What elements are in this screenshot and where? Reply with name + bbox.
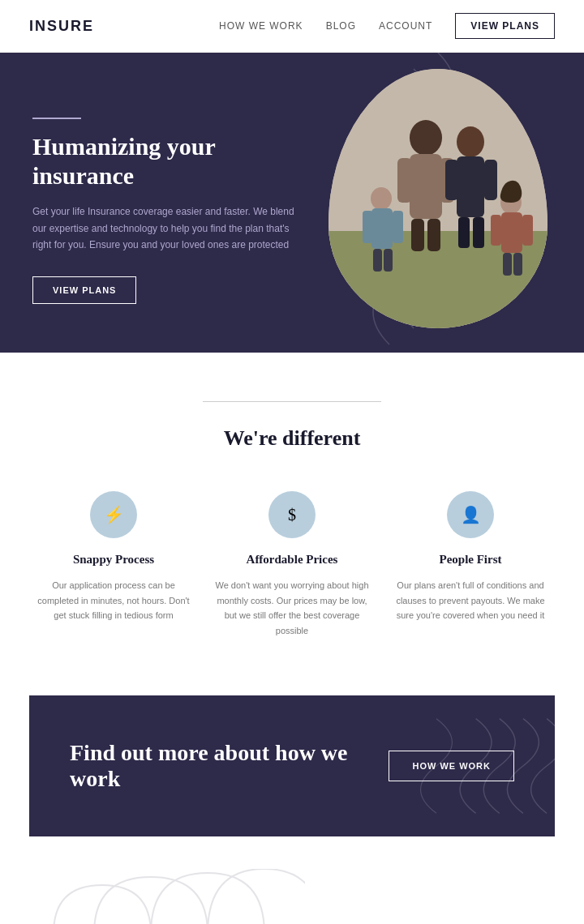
nav-view-plans-button[interactable]: VIEW PLANS xyxy=(455,13,555,39)
svg-rect-3 xyxy=(410,154,442,219)
family-svg xyxy=(328,69,548,328)
nav-link-blog[interactable]: BLOG xyxy=(326,20,356,32)
svg-point-8 xyxy=(457,126,484,157)
hero-family-image xyxy=(328,69,548,328)
feature-affordable: $ Affordable Prices We don't want you wo… xyxy=(211,491,373,639)
navbar: INSURE HOW WE WORK BLOG ACCOUNT VIEW PLA… xyxy=(0,0,584,53)
svg-rect-11 xyxy=(484,160,497,200)
svg-rect-9 xyxy=(457,156,484,217)
svg-rect-17 xyxy=(393,211,403,243)
nav-logo[interactable]: INSURE xyxy=(29,18,94,35)
hero-text-block: Humanizing your insurance Get your life … xyxy=(32,118,308,303)
svg-rect-7 xyxy=(427,219,440,251)
features-grid: ⚡ Snappy Process Our application process… xyxy=(32,491,552,639)
people-description: Our plans aren't full of conditions and … xyxy=(389,578,552,623)
section-divider xyxy=(203,401,381,402)
hero-image-area xyxy=(316,69,560,344)
svg-rect-18 xyxy=(373,249,382,272)
cta-text: Find out more about how we work xyxy=(70,740,378,792)
nav-links: HOW WE WORK BLOG ACCOUNT VIEW PLANS xyxy=(219,13,555,39)
svg-point-14 xyxy=(371,187,392,210)
different-section: We're different ⚡ Snappy Process Our app… xyxy=(0,353,584,687)
svg-point-2 xyxy=(410,120,442,156)
hero-accent-line xyxy=(32,118,81,119)
footer-deco-shapes-svg xyxy=(29,869,305,924)
hero-section: Humanizing your insurance Get your life … xyxy=(0,53,584,353)
footer-decorative-area xyxy=(0,845,584,924)
person-icon: 👤 xyxy=(461,505,481,524)
svg-rect-19 xyxy=(384,249,393,272)
hero-title: Humanizing your insurance xyxy=(32,132,308,190)
lightning-icon: ⚡ xyxy=(104,505,124,524)
svg-rect-6 xyxy=(411,219,424,251)
feature-people: 👤 People First Our plans aren't full of … xyxy=(389,491,552,639)
people-icon-circle: 👤 xyxy=(447,491,494,538)
svg-rect-16 xyxy=(363,211,373,243)
nav-link-account[interactable]: ACCOUNT xyxy=(379,20,432,32)
svg-rect-12 xyxy=(458,217,470,248)
svg-rect-23 xyxy=(522,215,533,246)
snappy-title: Snappy Process xyxy=(73,553,154,567)
snappy-description: Our application process can be completed… xyxy=(32,578,195,623)
svg-rect-10 xyxy=(445,160,458,200)
hero-description: Get your life Insurance coverage easier … xyxy=(32,203,308,253)
people-title: People First xyxy=(439,553,501,567)
hero-view-plans-button[interactable]: VIEW PLANS xyxy=(32,276,136,304)
cta-how-we-work-button[interactable]: HOW WE WORK xyxy=(389,751,514,781)
dollar-icon: $ xyxy=(288,506,296,524)
nav-link-how-we-work[interactable]: HOW WE WORK xyxy=(219,20,303,32)
cta-banner: Find out more about how we work HOW WE W… xyxy=(29,695,555,836)
affordable-icon-circle: $ xyxy=(268,491,316,538)
feature-snappy: ⚡ Snappy Process Our application process… xyxy=(32,491,195,639)
svg-rect-21 xyxy=(501,212,522,253)
svg-rect-13 xyxy=(473,217,484,248)
svg-rect-15 xyxy=(371,208,393,249)
svg-rect-25 xyxy=(513,253,522,276)
svg-rect-4 xyxy=(397,158,412,203)
different-heading: We're different xyxy=(32,426,552,451)
snappy-icon-circle: ⚡ xyxy=(90,491,137,538)
affordable-description: We don't want you worrying about high mo… xyxy=(211,578,373,639)
svg-rect-22 xyxy=(491,215,501,246)
affordable-title: Affordable Prices xyxy=(247,553,338,567)
svg-rect-24 xyxy=(503,253,512,276)
